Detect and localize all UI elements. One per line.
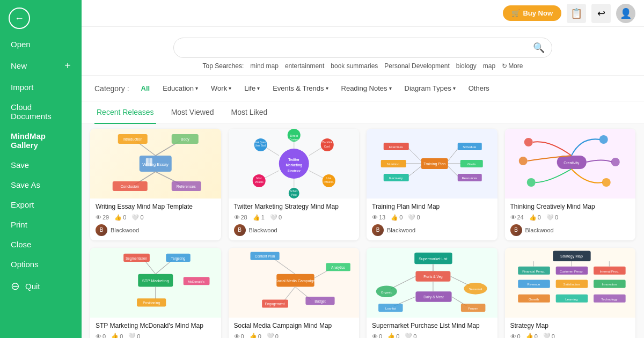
card-info-supermarket: Supermarket Purchase List Mind Map 👁0 👍0… — [367, 318, 497, 338]
svg-text:References: References — [177, 185, 196, 188]
cat-life[interactable]: Life ▾ — [239, 81, 265, 95]
main-area: 🛒 Buy Now 📋 ↩ 👤 🔍 Top Searches: mind map — [82, 0, 644, 338]
sidebar-item-print[interactable]: Print — [0, 215, 82, 234]
buy-now-button[interactable]: 🛒 Buy Now — [503, 5, 561, 21]
card-thinking[interactable]: Creativity — [505, 129, 636, 240]
tag-personal-dev[interactable]: Personal Development — [384, 62, 449, 70]
svg-line-24 — [309, 148, 321, 156]
undo-button[interactable]: ↩ — [591, 4, 611, 23]
author-avatar2: B — [234, 224, 246, 236]
tag-book-summaries[interactable]: book summaries — [331, 62, 378, 70]
author-avatar: B — [96, 224, 107, 236]
views2: 28 — [241, 214, 247, 221]
cat-work[interactable]: Work ▾ — [206, 81, 237, 95]
author2: Blackwood — [249, 227, 277, 233]
svg-line-36 — [264, 171, 279, 178]
svg-text:Recovery: Recovery — [389, 177, 402, 180]
card-stats-training: 👁13 👍0 🤍0 — [372, 214, 492, 221]
hr5: 0 — [137, 333, 140, 338]
cat-others[interactable]: Others — [463, 81, 495, 95]
t8: 👍 — [526, 333, 533, 338]
svg-text:Customer Persp.: Customer Persp. — [559, 269, 583, 273]
card-info-stp: STP Marketing McDonald's Mind Map 👁0 👍0 … — [90, 318, 221, 338]
hr8: 0 — [552, 333, 555, 338]
template-icon-button[interactable]: 📋 — [567, 4, 586, 23]
card-social[interactable]: Social Media Campaign Content Plan Analy… — [229, 248, 360, 338]
cat-events[interactable]: Events & Trends ▾ — [267, 81, 333, 95]
sidebar-item-new[interactable]: New + — [0, 54, 82, 77]
v6: 0 — [241, 333, 244, 338]
svg-line-104 — [391, 276, 416, 289]
svg-text:Direct: Direct — [290, 134, 298, 137]
sidebar-item-close[interactable]: Close — [0, 234, 82, 254]
sidebar-item-gallery[interactable]: MindMap Gallery — [0, 126, 82, 155]
sidebar-item-quit[interactable]: ⊖ Quit — [0, 274, 82, 298]
svg-text:Analytics: Analytics — [331, 266, 346, 270]
card-supermarket[interactable]: Supermarket List Fruits & Veg Organic Se… — [367, 248, 497, 338]
card-thumb-writing: Writing Essay Introduction Body Conclusi… — [90, 129, 221, 199]
new-plus-icon: + — [64, 60, 71, 72]
t6: 👍 — [250, 333, 257, 338]
new-label: New — [11, 61, 27, 70]
tag-mind-map[interactable]: mind map — [250, 62, 279, 70]
sidebar-item-import[interactable]: Import — [0, 77, 82, 97]
svg-point-66 — [524, 138, 532, 146]
svg-text:Low-fat: Low-fat — [385, 306, 396, 310]
quit-label: Quit — [25, 282, 40, 291]
tab-recent[interactable]: Recent Releases — [94, 101, 156, 124]
card-stp[interactable]: STP Marketing Segmentation Targeting Pos… — [90, 248, 221, 338]
gallery-grid: Writing Essay Introduction Body Conclusi… — [90, 129, 635, 338]
card-thumb-stp: STP Marketing Segmentation Targeting Pos… — [90, 248, 221, 318]
tag-entertainment[interactable]: entertainment — [285, 62, 324, 70]
card-title-training: Training Plan Mind Map — [372, 203, 492, 211]
search-button[interactable]: 🔍 — [533, 42, 545, 54]
cat-diagram[interactable]: Diagram Types ▾ — [399, 81, 461, 95]
svg-text:Financial Persp.: Financial Persp. — [522, 269, 545, 273]
cat-reading[interactable]: Reading Notes ▾ — [336, 81, 397, 95]
search-input[interactable] — [173, 38, 552, 58]
back-button[interactable]: ← — [9, 8, 30, 29]
cat-education-label: Education — [163, 84, 194, 92]
eye-icon: 👁 — [96, 214, 101, 221]
card-info-strategy: Strategy Map 👁0 👍0 🤍0 — [505, 318, 636, 338]
cat-education[interactable]: Education ▾ — [157, 81, 203, 95]
hr3: 0 — [416, 214, 420, 221]
sidebar-item-cloud[interactable]: Cloud Documents — [0, 97, 82, 126]
sidebar-item-export[interactable]: Export — [0, 195, 82, 215]
eye8: 👁 — [510, 333, 516, 338]
card-author-twitter: B Blackwood — [234, 224, 354, 236]
sidebar-item-save[interactable]: Save — [0, 155, 82, 175]
card-title-thinking: Thinking Creatively Mind Map — [510, 203, 631, 211]
likes-stat: 👍 0 — [114, 214, 126, 221]
svg-text:Creativity: Creativity — [564, 161, 580, 165]
sidebar-item-saveas[interactable]: Save As — [0, 175, 82, 195]
more-tags-button[interactable]: ↻ More — [502, 62, 523, 70]
t5: 👍 — [111, 333, 119, 338]
card-stats-strategy: 👁0 👍0 🤍0 — [510, 333, 631, 338]
sidebar-item-options[interactable]: Options — [0, 254, 82, 274]
svg-text:Content Plan: Content Plan — [254, 254, 275, 258]
template-icon: 📋 — [570, 8, 582, 19]
card-twitter[interactable]: Twitter Marketing Strategy Direct Conten… — [229, 129, 360, 240]
card-writing-essay[interactable]: Writing Essay Introduction Body Conclusi… — [90, 129, 221, 240]
svg-text:Visuals: Visuals — [254, 180, 264, 183]
svg-text:Post: Post — [291, 193, 297, 196]
tab-liked[interactable]: Most Liked — [229, 101, 270, 124]
tag-map[interactable]: map — [483, 62, 495, 70]
tab-viewed[interactable]: Most Viewed — [169, 101, 216, 124]
cat-all[interactable]: All — [136, 81, 156, 95]
svg-line-40 — [266, 148, 279, 156]
t7: 👍 — [387, 333, 395, 338]
svg-text:Engagement: Engagement — [265, 302, 284, 306]
card-training[interactable]: Training Plan Schedule Goals Resources — [367, 129, 497, 240]
sidebar-item-open[interactable]: Open — [0, 34, 82, 54]
thumbup-icon: 👍 — [114, 214, 122, 221]
svg-text:Use: Use — [326, 177, 331, 180]
tab-liked-label: Most Liked — [231, 108, 268, 116]
svg-text:Positioning: Positioning — [143, 301, 160, 305]
svg-text:Marketing: Marketing — [286, 163, 302, 167]
undo-icon: ↩ — [597, 8, 605, 19]
card-strategy[interactable]: Strategy Map Financial Persp. Customer P… — [505, 248, 636, 338]
user-avatar[interactable]: 👤 — [616, 4, 635, 23]
tag-biology[interactable]: biology — [456, 62, 477, 70]
